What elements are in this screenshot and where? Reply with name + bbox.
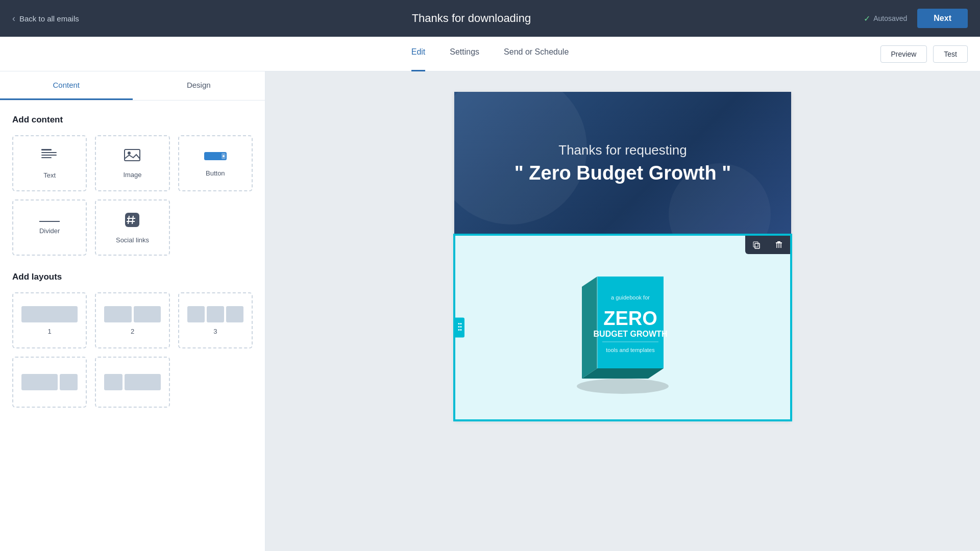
svg-rect-16: [753, 242, 758, 247]
block-image-label: Image: [123, 171, 141, 179]
add-layouts-title: Add layouts: [12, 272, 253, 282]
svg-point-24: [458, 326, 460, 328]
secondary-nav: Edit Settings Send or Schedule Preview T…: [0, 37, 980, 71]
sidebar-tabs: Content Design: [0, 71, 265, 101]
sidebar-tab-content[interactable]: Content: [0, 71, 133, 100]
layout-3-preview: [187, 306, 243, 322]
text-icon: [40, 148, 59, 166]
svg-text:tools and templates: tools and templates: [606, 347, 655, 353]
back-label: Back to all emails: [19, 14, 79, 23]
divider-icon: [39, 221, 60, 222]
copy-block-button[interactable]: [745, 236, 768, 254]
sidebar-tab-design[interactable]: Design: [133, 71, 265, 100]
book-image-container: a guidebook for ZERO BUDGET GROWTH tools…: [455, 236, 790, 419]
check-icon: ✓: [864, 14, 870, 23]
image-icon: [124, 148, 140, 166]
canvas-area[interactable]: Thanks for requesting " Zero Budget Grow…: [265, 71, 980, 551]
add-content-title: Add content: [12, 115, 253, 125]
svg-rect-0: [41, 149, 52, 151]
next-button[interactable]: Next: [917, 9, 968, 28]
nav-actions: Preview Test: [880, 45, 968, 63]
svg-text:a guidebook for: a guidebook for: [611, 294, 650, 300]
svg-rect-21: [777, 241, 780, 242]
block-text-label: Text: [43, 171, 56, 179]
svg-point-28: [577, 379, 669, 394]
block-image[interactable]: Image: [95, 135, 169, 191]
block-divider[interactable]: Divider: [12, 199, 87, 256]
block-social-links-label: Social links: [116, 236, 149, 244]
block-button-label: Button: [206, 169, 225, 177]
content-blocks-grid: Text Image: [12, 135, 253, 256]
button-icon: [203, 150, 228, 164]
main-layout: Content Design Add content: [0, 71, 980, 551]
layout-2-label: 2: [131, 328, 134, 335]
block-social-links[interactable]: Social links: [95, 199, 169, 256]
layout-1-preview: [21, 306, 78, 322]
autosaved-label: Autosaved: [873, 14, 907, 22]
back-arrow-icon: ‹: [12, 13, 15, 24]
layout-2-preview: [104, 306, 160, 322]
svg-rect-3: [41, 157, 52, 158]
svg-marker-29: [582, 277, 597, 379]
svg-rect-20: [776, 242, 782, 243]
layout-1-label: 1: [48, 328, 52, 335]
delete-block-button[interactable]: [768, 236, 790, 254]
email-canvas: Thanks for requesting " Zero Budget Grow…: [454, 92, 791, 420]
svg-point-5: [128, 152, 131, 155]
book-svg: a guidebook for ZERO BUDGET GROWTH tools…: [551, 256, 694, 399]
svg-rect-4: [125, 149, 140, 161]
svg-rect-1: [41, 152, 57, 153]
layout-3-col[interactable]: 3: [178, 292, 253, 348]
nav-tabs: Edit Settings Send or Schedule: [411, 37, 569, 71]
drag-handle[interactable]: [455, 318, 464, 338]
back-to-emails-link[interactable]: ‹ Back to all emails: [12, 13, 79, 24]
email-image-block[interactable]: a guidebook for ZERO BUDGET GROWTH tools…: [454, 235, 791, 420]
email-header-block[interactable]: Thanks for requesting " Zero Budget Grow…: [454, 92, 791, 235]
top-bar-actions: ✓ Autosaved Next: [864, 9, 968, 28]
hashtag-icon: [124, 212, 140, 231]
top-bar: ‹ Back to all emails Thanks for download…: [0, 0, 980, 37]
svg-rect-2: [41, 155, 57, 156]
layout-2-col[interactable]: 2: [95, 292, 169, 348]
layout-4-col[interactable]: [12, 357, 87, 408]
layouts-grid-partial: [12, 357, 253, 408]
layout-3-label: 3: [213, 328, 217, 335]
layouts-grid: 1 2 3: [12, 292, 253, 348]
layout-1-col[interactable]: 1: [12, 292, 87, 348]
tab-settings[interactable]: Settings: [450, 37, 479, 71]
svg-rect-15: [755, 243, 760, 248]
email-header-text1: Thanks for requesting: [558, 142, 687, 158]
svg-point-23: [460, 323, 462, 324]
svg-point-25: [460, 326, 462, 328]
tab-send-or-schedule[interactable]: Send or Schedule: [504, 37, 569, 71]
svg-point-27: [460, 329, 462, 331]
layout-5-col[interactable]: [95, 357, 169, 408]
svg-point-22: [458, 323, 460, 324]
layout-5-preview: [104, 374, 160, 390]
layout-4-preview: [21, 374, 78, 390]
block-text[interactable]: Text: [12, 135, 87, 191]
test-button[interactable]: Test: [933, 45, 968, 63]
email-title: Thanks for downloading: [412, 12, 531, 25]
block-divider-label: Divider: [39, 227, 60, 235]
preview-button[interactable]: Preview: [880, 45, 927, 63]
tab-edit[interactable]: Edit: [411, 37, 426, 71]
email-header-text2: " Zero Budget Growth ": [514, 162, 731, 184]
svg-text:BUDGET GROWTH: BUDGET GROWTH: [594, 330, 668, 338]
svg-text:ZERO: ZERO: [603, 308, 657, 329]
block-button[interactable]: Button: [178, 135, 253, 191]
sidebar-content: Add content Text: [0, 101, 265, 422]
block-toolbar: [745, 236, 790, 254]
sidebar: Content Design Add content: [0, 71, 265, 551]
svg-point-26: [458, 329, 460, 331]
autosaved-indicator: ✓ Autosaved: [864, 14, 907, 23]
